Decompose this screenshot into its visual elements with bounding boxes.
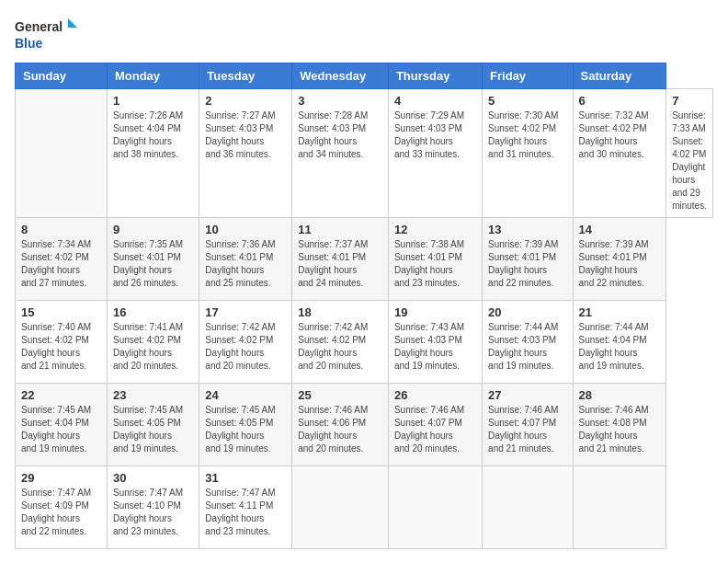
day-number: 9 — [113, 223, 193, 236]
day-info: Sunrise: 7:32 AM Sunset: 4:02 PM Dayligh… — [579, 110, 649, 159]
calendar-cell: 18 Sunrise: 7:42 AM Sunset: 4:02 PM Dayl… — [292, 301, 389, 384]
calendar-cell: 14 Sunrise: 7:39 AM Sunset: 4:01 PM Dayl… — [573, 218, 666, 301]
day-number: 24 — [205, 388, 286, 402]
day-number: 7 — [672, 94, 707, 108]
day-info: Sunrise: 7:46 AM Sunset: 4:08 PM Dayligh… — [579, 405, 649, 454]
day-number: 21 — [579, 305, 661, 319]
header-day-friday: Friday — [483, 63, 573, 89]
day-info: Sunrise: 7:30 AM Sunset: 4:02 PM Dayligh… — [488, 110, 558, 159]
day-info: Sunrise: 7:37 AM Sunset: 4:01 PM Dayligh… — [298, 239, 368, 288]
day-number: 20 — [488, 305, 566, 319]
day-number: 11 — [298, 223, 382, 236]
calendar-cell: 15 Sunrise: 7:40 AM Sunset: 4:02 PM Dayl… — [16, 301, 108, 384]
day-info: Sunrise: 7:42 AM Sunset: 4:02 PM Dayligh… — [205, 322, 275, 371]
calendar-cell: 7 Sunrise: 7:33 AM Sunset: 4:02 PM Dayli… — [666, 89, 713, 218]
svg-text:General: General — [15, 19, 63, 34]
calendar-cell: 26 Sunrise: 7:46 AM Sunset: 4:07 PM Dayl… — [388, 384, 482, 466]
day-info: Sunrise: 7:44 AM Sunset: 4:04 PM Dayligh… — [579, 322, 649, 371]
week-row-2: 15 Sunrise: 7:40 AM Sunset: 4:02 PM Dayl… — [16, 301, 713, 384]
day-number: 17 — [205, 305, 286, 319]
calendar-cell — [292, 466, 389, 549]
day-number: 29 — [21, 471, 101, 485]
day-info: Sunrise: 7:45 AM Sunset: 4:05 PM Dayligh… — [205, 405, 275, 454]
day-info: Sunrise: 7:45 AM Sunset: 4:04 PM Dayligh… — [21, 405, 91, 454]
day-number: 4 — [394, 94, 476, 108]
calendar-cell: 8 Sunrise: 7:34 AM Sunset: 4:02 PM Dayli… — [16, 218, 108, 301]
day-info: Sunrise: 7:43 AM Sunset: 4:03 PM Dayligh… — [394, 322, 464, 371]
day-info: Sunrise: 7:47 AM Sunset: 4:11 PM Dayligh… — [205, 488, 275, 536]
header-day-thursday: Thursday — [388, 63, 482, 89]
calendar-cell: 21 Sunrise: 7:44 AM Sunset: 4:04 PM Dayl… — [573, 301, 666, 384]
week-row-1: 8 Sunrise: 7:34 AM Sunset: 4:02 PM Dayli… — [16, 218, 713, 301]
calendar-cell: 10 Sunrise: 7:36 AM Sunset: 4:01 PM Dayl… — [199, 218, 292, 301]
day-number: 16 — [113, 305, 193, 319]
calendar-cell: 22 Sunrise: 7:45 AM Sunset: 4:04 PM Dayl… — [16, 384, 108, 466]
day-number: 23 — [113, 388, 193, 402]
header-day-wednesday: Wednesday — [292, 63, 389, 89]
calendar-cell: 27 Sunrise: 7:46 AM Sunset: 4:07 PM Dayl… — [483, 384, 573, 466]
calendar-cell — [573, 466, 666, 549]
day-info: Sunrise: 7:28 AM Sunset: 4:03 PM Dayligh… — [298, 110, 368, 159]
day-info: Sunrise: 7:46 AM Sunset: 4:07 PM Dayligh… — [394, 405, 464, 454]
calendar-cell: 9 Sunrise: 7:35 AM Sunset: 4:01 PM Dayli… — [107, 218, 199, 301]
calendar-cell: 5 Sunrise: 7:30 AM Sunset: 4:02 PM Dayli… — [483, 89, 573, 218]
calendar-body: 1 Sunrise: 7:26 AM Sunset: 4:04 PM Dayli… — [16, 89, 713, 549]
header-day-monday: Monday — [107, 63, 199, 89]
calendar-cell: 12 Sunrise: 7:38 AM Sunset: 4:01 PM Dayl… — [388, 218, 482, 301]
calendar-cell: 6 Sunrise: 7:32 AM Sunset: 4:02 PM Dayli… — [573, 89, 666, 218]
day-number: 14 — [579, 223, 661, 236]
header-row: SundayMondayTuesdayWednesdayThursdayFrid… — [16, 63, 713, 89]
day-number: 8 — [21, 223, 101, 236]
day-info: Sunrise: 7:34 AM Sunset: 4:02 PM Dayligh… — [21, 239, 91, 288]
day-info: Sunrise: 7:35 AM Sunset: 4:01 PM Dayligh… — [113, 239, 183, 288]
day-number: 19 — [394, 305, 476, 319]
calendar-cell: 13 Sunrise: 7:39 AM Sunset: 4:01 PM Dayl… — [483, 218, 573, 301]
day-number: 13 — [488, 223, 566, 236]
day-info: Sunrise: 7:36 AM Sunset: 4:01 PM Dayligh… — [205, 239, 275, 288]
calendar-cell — [483, 466, 573, 549]
calendar-cell: 1 Sunrise: 7:26 AM Sunset: 4:04 PM Dayli… — [107, 89, 199, 218]
day-info: Sunrise: 7:47 AM Sunset: 4:10 PM Dayligh… — [113, 488, 183, 536]
day-info: Sunrise: 7:40 AM Sunset: 4:02 PM Dayligh… — [21, 322, 91, 371]
day-number: 28 — [579, 388, 661, 402]
calendar-cell: 25 Sunrise: 7:46 AM Sunset: 4:06 PM Dayl… — [292, 384, 389, 466]
day-number: 15 — [21, 305, 101, 319]
day-number: 31 — [205, 471, 286, 485]
day-number: 1 — [113, 94, 193, 108]
day-number: 6 — [579, 94, 661, 108]
week-row-4: 29 Sunrise: 7:47 AM Sunset: 4:09 PM Dayl… — [16, 466, 713, 549]
day-info: Sunrise: 7:33 AM Sunset: 4:02 PM Dayligh… — [672, 110, 707, 211]
header-day-sunday: Sunday — [16, 63, 108, 89]
calendar-cell: 24 Sunrise: 7:45 AM Sunset: 4:05 PM Dayl… — [199, 384, 292, 466]
day-info: Sunrise: 7:27 AM Sunset: 4:03 PM Dayligh… — [205, 110, 275, 159]
header-day-saturday: Saturday — [573, 63, 666, 89]
calendar-cell: 16 Sunrise: 7:41 AM Sunset: 4:02 PM Dayl… — [107, 301, 199, 384]
calendar-cell: 23 Sunrise: 7:45 AM Sunset: 4:05 PM Dayl… — [107, 384, 199, 466]
calendar-cell: 31 Sunrise: 7:47 AM Sunset: 4:11 PM Dayl… — [199, 466, 292, 549]
day-number: 18 — [298, 305, 382, 319]
week-row-0: 1 Sunrise: 7:26 AM Sunset: 4:04 PM Dayli… — [16, 89, 713, 218]
calendar-cell — [16, 89, 108, 218]
day-info: Sunrise: 7:42 AM Sunset: 4:02 PM Dayligh… — [298, 322, 368, 371]
day-number: 2 — [205, 94, 286, 108]
day-number: 30 — [113, 471, 193, 485]
calendar-cell: 30 Sunrise: 7:47 AM Sunset: 4:10 PM Dayl… — [107, 466, 199, 549]
calendar-cell: 20 Sunrise: 7:44 AM Sunset: 4:03 PM Dayl… — [483, 301, 573, 384]
day-number: 10 — [205, 223, 286, 236]
calendar-cell: 4 Sunrise: 7:29 AM Sunset: 4:03 PM Dayli… — [388, 89, 482, 218]
day-number: 22 — [21, 388, 101, 402]
day-number: 27 — [488, 388, 566, 402]
calendar-cell: 29 Sunrise: 7:47 AM Sunset: 4:09 PM Dayl… — [16, 466, 108, 549]
day-info: Sunrise: 7:38 AM Sunset: 4:01 PM Dayligh… — [394, 239, 464, 288]
calendar-header: SundayMondayTuesdayWednesdayThursdayFrid… — [16, 63, 713, 89]
day-number: 5 — [488, 94, 566, 108]
page-header: General Blue — [15, 15, 713, 55]
day-number: 12 — [394, 223, 476, 236]
header-day-tuesday: Tuesday — [199, 63, 292, 89]
calendar-cell: 19 Sunrise: 7:43 AM Sunset: 4:03 PM Dayl… — [388, 301, 482, 384]
day-info: Sunrise: 7:46 AM Sunset: 4:07 PM Dayligh… — [488, 405, 558, 454]
svg-marker-2 — [68, 18, 77, 28]
calendar-cell — [388, 466, 482, 549]
calendar-cell: 2 Sunrise: 7:27 AM Sunset: 4:03 PM Dayli… — [199, 89, 292, 218]
week-row-3: 22 Sunrise: 7:45 AM Sunset: 4:04 PM Dayl… — [16, 384, 713, 466]
